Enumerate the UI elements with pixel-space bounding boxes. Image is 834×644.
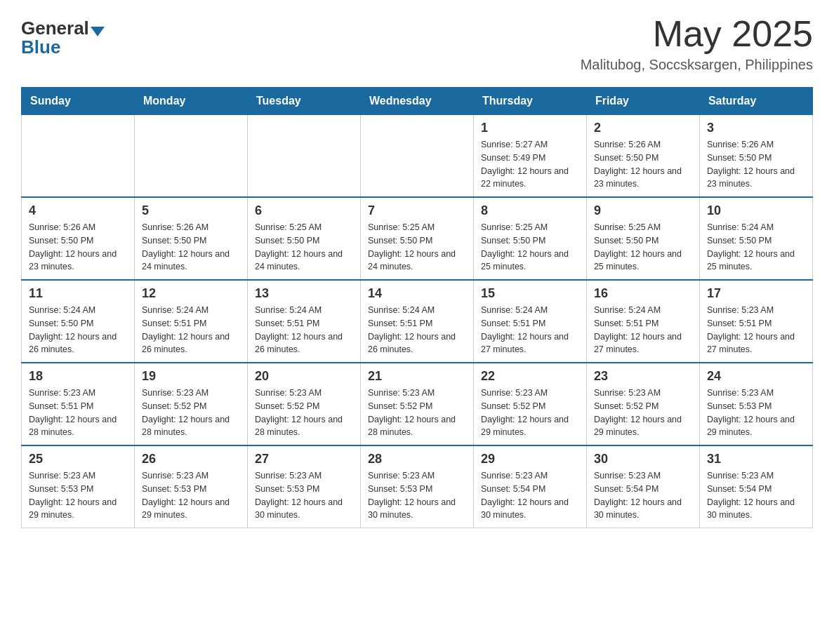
- calendar-cell: [360, 115, 473, 198]
- day-number: 2: [594, 121, 692, 135]
- day-number: 6: [255, 203, 353, 218]
- day-info: Sunrise: 5:25 AM Sunset: 5:50 PM Dayligh…: [481, 221, 579, 274]
- day-number: 1: [481, 121, 579, 135]
- weekday-header-tuesday: Tuesday: [247, 88, 360, 115]
- title-area: May 2025 Malitubog, Soccsksargen, Philip…: [581, 14, 813, 73]
- location-subtitle: Malitubog, Soccsksargen, Philippines: [581, 57, 813, 73]
- calendar-cell: 25Sunrise: 5:23 AM Sunset: 5:53 PM Dayli…: [22, 445, 135, 528]
- calendar-table: SundayMondayTuesdayWednesdayThursdayFrid…: [21, 87, 813, 528]
- calendar-cell: 9Sunrise: 5:25 AM Sunset: 5:50 PM Daylig…: [586, 197, 699, 280]
- calendar-cell: 14Sunrise: 5:24 AM Sunset: 5:51 PM Dayli…: [360, 280, 473, 363]
- day-info: Sunrise: 5:26 AM Sunset: 5:50 PM Dayligh…: [707, 138, 805, 191]
- day-number: 31: [707, 452, 805, 467]
- day-info: Sunrise: 5:24 AM Sunset: 5:51 PM Dayligh…: [368, 304, 466, 356]
- day-number: 23: [594, 369, 692, 384]
- day-number: 18: [29, 369, 127, 384]
- day-info: Sunrise: 5:25 AM Sunset: 5:50 PM Dayligh…: [594, 221, 692, 274]
- day-info: Sunrise: 5:26 AM Sunset: 5:50 PM Dayligh…: [594, 138, 692, 191]
- calendar-cell: 15Sunrise: 5:24 AM Sunset: 5:51 PM Dayli…: [473, 280, 586, 363]
- calendar-cell: 4Sunrise: 5:26 AM Sunset: 5:50 PM Daylig…: [22, 197, 135, 280]
- day-info: Sunrise: 5:23 AM Sunset: 5:53 PM Dayligh…: [368, 469, 466, 522]
- day-info: Sunrise: 5:23 AM Sunset: 5:51 PM Dayligh…: [29, 387, 127, 439]
- weekday-header-row: SundayMondayTuesdayWednesdayThursdayFrid…: [22, 88, 813, 115]
- day-info: Sunrise: 5:24 AM Sunset: 5:50 PM Dayligh…: [707, 221, 805, 274]
- logo-blue-text: Blue: [21, 36, 60, 58]
- day-info: Sunrise: 5:23 AM Sunset: 5:53 PM Dayligh…: [29, 469, 127, 522]
- calendar-week-row: 11Sunrise: 5:24 AM Sunset: 5:50 PM Dayli…: [22, 280, 813, 363]
- day-number: 13: [255, 286, 353, 301]
- day-info: Sunrise: 5:27 AM Sunset: 5:49 PM Dayligh…: [481, 138, 579, 191]
- day-info: Sunrise: 5:23 AM Sunset: 5:53 PM Dayligh…: [142, 469, 240, 522]
- day-number: 15: [481, 286, 579, 301]
- day-number: 16: [594, 286, 692, 301]
- day-number: 3: [707, 121, 805, 135]
- day-number: 26: [142, 452, 240, 467]
- day-number: 24: [707, 369, 805, 384]
- month-title: May 2025: [581, 14, 813, 54]
- calendar-week-row: 1Sunrise: 5:27 AM Sunset: 5:49 PM Daylig…: [22, 115, 813, 198]
- day-number: 22: [481, 369, 579, 384]
- day-number: 28: [368, 452, 466, 467]
- calendar-cell: 6Sunrise: 5:25 AM Sunset: 5:50 PM Daylig…: [247, 197, 360, 280]
- calendar-cell: 5Sunrise: 5:26 AM Sunset: 5:50 PM Daylig…: [134, 197, 247, 280]
- weekday-header-sunday: Sunday: [22, 88, 135, 115]
- calendar-cell: 11Sunrise: 5:24 AM Sunset: 5:50 PM Dayli…: [22, 280, 135, 363]
- calendar-cell: 29Sunrise: 5:23 AM Sunset: 5:54 PM Dayli…: [473, 445, 586, 528]
- calendar-cell: 8Sunrise: 5:25 AM Sunset: 5:50 PM Daylig…: [473, 197, 586, 280]
- weekday-header-wednesday: Wednesday: [360, 88, 473, 115]
- calendar-cell: 24Sunrise: 5:23 AM Sunset: 5:53 PM Dayli…: [699, 363, 812, 445]
- day-number: 25: [29, 452, 127, 467]
- day-info: Sunrise: 5:24 AM Sunset: 5:51 PM Dayligh…: [142, 304, 240, 356]
- day-info: Sunrise: 5:26 AM Sunset: 5:50 PM Dayligh…: [142, 221, 240, 274]
- calendar-cell: 27Sunrise: 5:23 AM Sunset: 5:53 PM Dayli…: [247, 445, 360, 528]
- day-info: Sunrise: 5:23 AM Sunset: 5:51 PM Dayligh…: [707, 304, 805, 356]
- day-info: Sunrise: 5:23 AM Sunset: 5:52 PM Dayligh…: [142, 387, 240, 439]
- calendar-cell: 13Sunrise: 5:24 AM Sunset: 5:51 PM Dayli…: [247, 280, 360, 363]
- day-number: 4: [29, 203, 127, 218]
- calendar-cell: 19Sunrise: 5:23 AM Sunset: 5:52 PM Dayli…: [134, 363, 247, 445]
- day-info: Sunrise: 5:24 AM Sunset: 5:51 PM Dayligh…: [594, 304, 692, 356]
- day-info: Sunrise: 5:23 AM Sunset: 5:54 PM Dayligh…: [594, 469, 692, 522]
- calendar-week-row: 25Sunrise: 5:23 AM Sunset: 5:53 PM Dayli…: [22, 445, 813, 528]
- calendar-cell: [22, 115, 135, 198]
- day-info: Sunrise: 5:23 AM Sunset: 5:52 PM Dayligh…: [255, 387, 353, 439]
- calendar-cell: 30Sunrise: 5:23 AM Sunset: 5:54 PM Dayli…: [586, 445, 699, 528]
- calendar-cell: 1Sunrise: 5:27 AM Sunset: 5:49 PM Daylig…: [473, 115, 586, 198]
- weekday-header-monday: Monday: [134, 88, 247, 115]
- day-info: Sunrise: 5:25 AM Sunset: 5:50 PM Dayligh…: [255, 221, 353, 274]
- calendar-cell: 10Sunrise: 5:24 AM Sunset: 5:50 PM Dayli…: [699, 197, 812, 280]
- logo-arrow-icon: [91, 27, 105, 36]
- weekday-header-friday: Friday: [586, 88, 699, 115]
- calendar-header: SundayMondayTuesdayWednesdayThursdayFrid…: [22, 88, 813, 115]
- day-number: 5: [142, 203, 240, 218]
- calendar-cell: [134, 115, 247, 198]
- calendar-cell: [247, 115, 360, 198]
- day-info: Sunrise: 5:24 AM Sunset: 5:50 PM Dayligh…: [29, 304, 127, 356]
- day-number: 29: [481, 452, 579, 467]
- calendar-cell: 12Sunrise: 5:24 AM Sunset: 5:51 PM Dayli…: [134, 280, 247, 363]
- day-number: 14: [368, 286, 466, 301]
- day-number: 27: [255, 452, 353, 467]
- day-number: 12: [142, 286, 240, 301]
- day-number: 17: [707, 286, 805, 301]
- calendar-cell: 23Sunrise: 5:23 AM Sunset: 5:52 PM Dayli…: [586, 363, 699, 445]
- page-header: General Blue May 2025 Malitubog, Soccsks…: [21, 14, 813, 73]
- day-number: 7: [368, 203, 466, 218]
- calendar-body: 1Sunrise: 5:27 AM Sunset: 5:49 PM Daylig…: [22, 115, 813, 528]
- day-info: Sunrise: 5:24 AM Sunset: 5:51 PM Dayligh…: [255, 304, 353, 356]
- day-number: 21: [368, 369, 466, 384]
- calendar-week-row: 4Sunrise: 5:26 AM Sunset: 5:50 PM Daylig…: [22, 197, 813, 280]
- day-info: Sunrise: 5:23 AM Sunset: 5:52 PM Dayligh…: [594, 387, 692, 439]
- calendar-cell: 22Sunrise: 5:23 AM Sunset: 5:52 PM Dayli…: [473, 363, 586, 445]
- day-info: Sunrise: 5:23 AM Sunset: 5:53 PM Dayligh…: [255, 469, 353, 522]
- day-number: 19: [142, 369, 240, 384]
- weekday-header-saturday: Saturday: [699, 88, 812, 115]
- day-info: Sunrise: 5:23 AM Sunset: 5:52 PM Dayligh…: [481, 387, 579, 439]
- day-info: Sunrise: 5:23 AM Sunset: 5:52 PM Dayligh…: [368, 387, 466, 439]
- day-info: Sunrise: 5:23 AM Sunset: 5:53 PM Dayligh…: [707, 387, 805, 439]
- calendar-week-row: 18Sunrise: 5:23 AM Sunset: 5:51 PM Dayli…: [22, 363, 813, 445]
- day-info: Sunrise: 5:25 AM Sunset: 5:50 PM Dayligh…: [368, 221, 466, 274]
- calendar-cell: 18Sunrise: 5:23 AM Sunset: 5:51 PM Dayli…: [22, 363, 135, 445]
- calendar-cell: 21Sunrise: 5:23 AM Sunset: 5:52 PM Dayli…: [360, 363, 473, 445]
- calendar-cell: 20Sunrise: 5:23 AM Sunset: 5:52 PM Dayli…: [247, 363, 360, 445]
